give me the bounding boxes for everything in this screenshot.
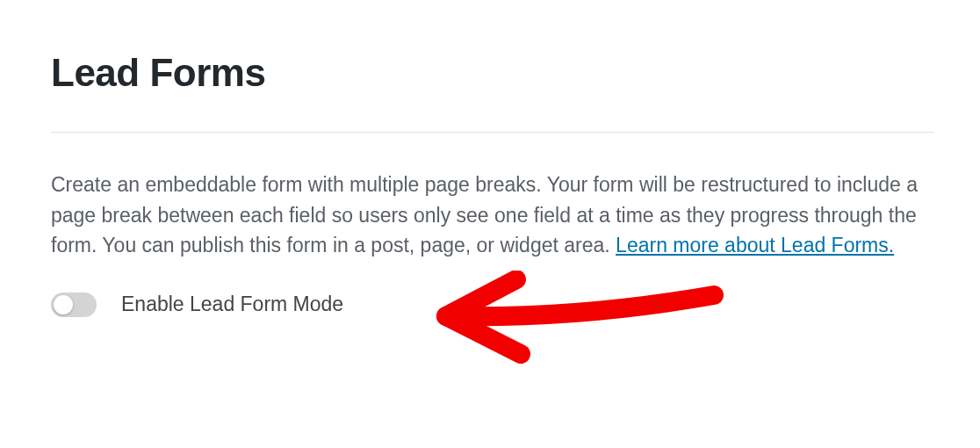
section-description: Create an embeddable form with multiple …: [51, 170, 929, 261]
lead-form-mode-toggle[interactable]: [51, 293, 97, 317]
arrow-annotation-icon: [429, 271, 727, 367]
toggle-row: Enable Lead Form Mode: [51, 293, 934, 317]
learn-more-link[interactable]: Learn more about Lead Forms.: [616, 234, 894, 257]
toggle-knob: [54, 295, 73, 314]
section-divider: [51, 132, 934, 133]
toggle-label: Enable Lead Form Mode: [121, 293, 343, 316]
page-title: Lead Forms: [51, 51, 934, 95]
